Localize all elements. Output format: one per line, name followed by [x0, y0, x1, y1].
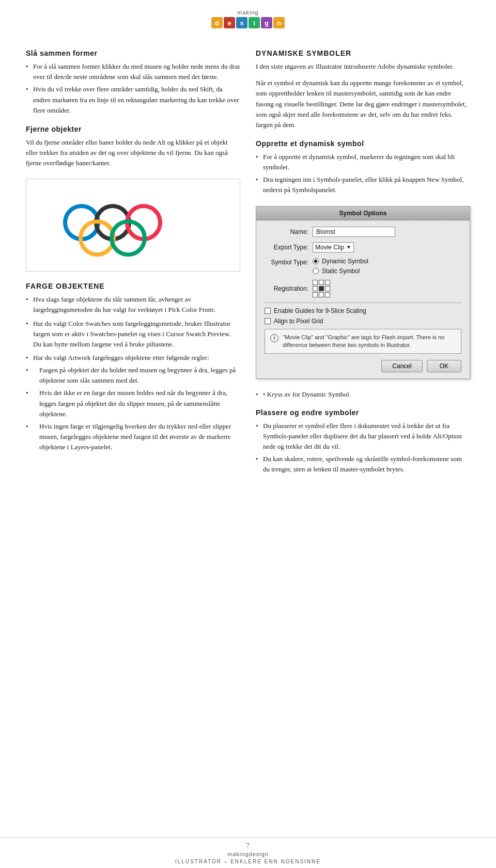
radio-dynamic-icon: [313, 258, 319, 264]
dialog-export-value: Movie Clip: [315, 244, 344, 251]
section-plassere: Plassere og endre symboler Du plasserer …: [256, 408, 470, 475]
opprette-bullet-2: Dra tegningen inn i Symbols-panelet, ell…: [256, 175, 470, 195]
section-dynamiske: DYNAMISKE SYMBOLER I den siste utgaven a…: [256, 49, 470, 130]
farge-bullet-3: Har du valgt Artwork fargelegges objekte…: [26, 353, 240, 363]
dialog-ok-button[interactable]: OK: [427, 360, 461, 372]
section-title-dynamiske: DYNAMISKE SYMBOLER: [256, 49, 470, 57]
logo-letter-n: n: [273, 17, 285, 28]
dropdown-arrow-icon: ▼: [346, 244, 351, 250]
align-pixel-label: Align to Pixel Grid: [274, 318, 323, 325]
dialog-symbol-type-section: Symbol Type: Dynamic Symbol Static Symbo…: [265, 258, 461, 275]
logo-making-text: making: [237, 9, 258, 16]
radio-static-icon: [313, 268, 319, 274]
dialog-caption: • Kryss av for Dynamic Symbol.: [256, 389, 470, 400]
registration-grid[interactable]: [313, 280, 330, 297]
footer-page-number: 7: [246, 842, 250, 849]
radio-static-label: Static Symbol: [322, 267, 360, 275]
dialog-buttons: Cancel OK: [265, 360, 461, 372]
dialog-titlebar: Symbol Options: [256, 207, 470, 220]
logo-design: d e s i g n: [211, 17, 285, 28]
dialog-radio-static[interactable]: Static Symbol: [313, 267, 368, 275]
dialog-divider: [265, 303, 461, 303]
dialog-enable-guides-row[interactable]: Enable Guides for 9-Slice Scaling: [265, 307, 461, 314]
plassere-bullet-2: Du kan skalere, rotere, speilvende og sk…: [256, 454, 470, 475]
dynamiske-body1: I den siste utgaven av Illustrator intro…: [256, 61, 470, 72]
section-title-sla: Slå sammen former: [26, 49, 240, 57]
dialog-align-pixel-row[interactable]: Align to Pixel Grid: [265, 318, 461, 325]
section-fjerne: Fjerne objekter Vil du fjerne områder el…: [26, 125, 240, 168]
section-opprette: Opprette et dynamisk symbol For å oppret…: [256, 139, 470, 196]
dialog-export-row: Export Type: Movie Clip ▼: [265, 242, 461, 252]
section-title-opprette: Opprette et dynamisk symbol: [256, 139, 470, 148]
section-title-farge: FARGE OBJEKTENE: [26, 282, 240, 290]
dialog-symbol-type-label: Symbol Type:: [265, 258, 308, 266]
section-title-plassere: Plassere og endre symboler: [256, 408, 470, 417]
logo-letter-g: g: [261, 17, 272, 28]
olympic-rings-image: [26, 179, 240, 272]
right-column: DYNAMISKE SYMBOLER I den siste utgaven a…: [256, 49, 470, 484]
logo-letter-s: s: [236, 17, 247, 28]
logo-letter-i: i: [249, 17, 260, 28]
checkbox-align-pixel[interactable]: [265, 318, 271, 324]
dialog-info-box: i "Movie Clip" and "Graphic" are tags fo…: [265, 329, 461, 354]
sla-bullet-1: For å slå sammen former klikker du med m…: [26, 61, 240, 82]
dialog-info-text: "Movie Clip" and "Graphic" are tags for …: [283, 334, 456, 350]
section-title-fjerne: Fjerne objekter: [26, 125, 240, 133]
dialog-registration-row: Registration:: [265, 280, 461, 297]
main-content: Slå sammen former For å slå sammen forme…: [0, 34, 496, 504]
info-icon: i: [270, 334, 278, 342]
farge-bullet-5: Hvis det ikke er en farge der musen hold…: [26, 388, 240, 419]
checkbox-enable-guides[interactable]: [265, 308, 271, 314]
section-sla-sammen: Slå sammen former For å slå sammen forme…: [26, 49, 240, 116]
left-column: Slå sammen former For å slå sammen forme…: [26, 49, 240, 484]
fjerne-body: Vil du fjerne områder eller baner holder…: [26, 137, 240, 168]
opprette-bullet-1: For å opprette et dynamisk symbol, marke…: [256, 152, 470, 172]
dynamiske-body2: Når et symbol er dynamisk kan du opprett…: [256, 78, 470, 130]
dialog-radio-group: Dynamic Symbol Static Symbol: [313, 258, 368, 275]
dialog-radio-dynamic[interactable]: Dynamic Symbol: [313, 258, 368, 265]
olympic-rings-svg: [61, 192, 206, 259]
logo-letter-e: e: [224, 17, 235, 28]
footer-brand: makingdesign: [227, 851, 269, 857]
farge-bullet-2: Har du valgt Color Swatches som fargeleg…: [26, 319, 240, 350]
logo-letter-d: d: [211, 17, 223, 28]
page-footer: 7 makingdesign ILLUSTRATOR – ENKLERE ENN…: [0, 837, 496, 868]
logo: making d e s i g n: [211, 9, 285, 28]
radio-dynamic-label: Dynamic Symbol: [322, 258, 368, 265]
dialog-export-select[interactable]: Movie Clip ▼: [313, 242, 354, 252]
footer-subtitle: ILLUSTRATOR – ENKLERE ENN NOENSINNE: [175, 859, 321, 864]
dialog-name-label: Name:: [265, 228, 308, 235]
symbol-options-dialog: Symbol Options Name: Export Type: Movie …: [256, 206, 470, 380]
farge-bullet-4: Fargen på objektet der du holder ned mus…: [26, 365, 240, 386]
dialog-export-label: Export Type:: [265, 244, 308, 251]
section-farge: FARGE OBJEKTENE Hva slags farge objekten…: [26, 282, 240, 452]
dialog-body: Name: Export Type: Movie Clip ▼ Symbol T…: [256, 220, 470, 379]
dialog-name-input[interactable]: [313, 227, 395, 237]
farge-bullet-1: Hva slags farge objektene du slår sammen…: [26, 294, 240, 315]
plassere-bullet-1: Du plasserer et symbol eller flere i dok…: [256, 421, 470, 452]
dialog-cancel-button[interactable]: Cancel: [381, 360, 422, 372]
page-header: making d e s i g n: [0, 0, 496, 34]
sla-bullet-2: Hvis du vil trekke over flere områder sa…: [26, 84, 240, 115]
dialog-name-row: Name:: [265, 227, 461, 237]
dialog-registration-label: Registration:: [265, 285, 308, 292]
enable-guides-label: Enable Guides for 9-Slice Scaling: [274, 307, 366, 314]
farge-bullet-6: Hvis ingen farge er tilgjengelig hverken…: [26, 421, 240, 452]
